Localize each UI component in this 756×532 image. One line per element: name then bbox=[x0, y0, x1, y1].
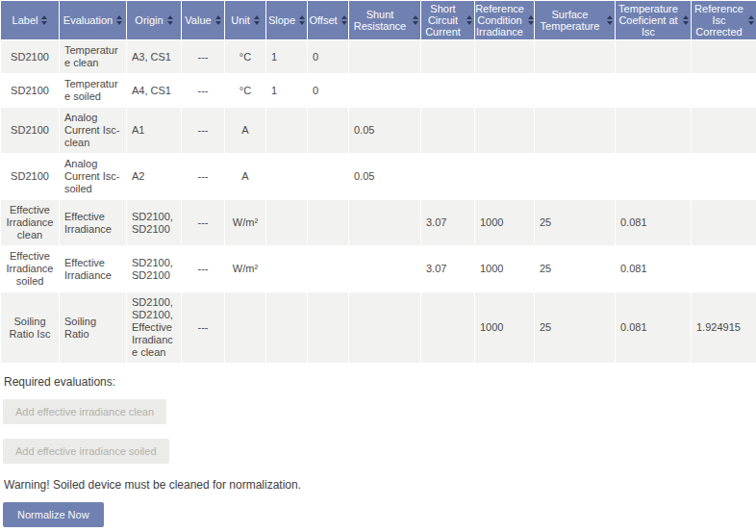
cell-reference_isc_corrected bbox=[692, 200, 756, 245]
cell-surface_temperature: 25 bbox=[535, 246, 615, 291]
cell-reference_isc_corrected bbox=[692, 154, 756, 199]
cell-label: SD2100 bbox=[1, 154, 59, 199]
cell-origin: SD2100, SD2100, Effective Irradiance cle… bbox=[127, 292, 181, 363]
cell-offset bbox=[308, 246, 348, 291]
cell-reference_condition_irradiance: 1000 bbox=[475, 200, 534, 245]
cell-slope bbox=[266, 292, 307, 363]
add-effective-irradiance-clean-button[interactable]: Add effective irradiance clean bbox=[3, 399, 166, 424]
column-header-label: Slope bbox=[268, 14, 295, 26]
cell-value: --- bbox=[182, 108, 224, 153]
cell-short_circuit_current bbox=[421, 40, 474, 73]
cell-temperature_coeficient_at_isc: 0.081 bbox=[616, 292, 691, 363]
column-header-label: Origin bbox=[135, 14, 163, 26]
table-row[interactable]: SD2100Analog Current Isc-soiledA2---A0.0… bbox=[1, 154, 756, 199]
sort-icon[interactable] bbox=[748, 15, 754, 25]
sort-icon[interactable] bbox=[528, 15, 534, 25]
cell-temperature_coeficient_at_isc bbox=[616, 74, 691, 107]
cell-slope bbox=[266, 246, 307, 291]
cell-surface_temperature bbox=[535, 154, 615, 199]
cell-evaluation: Analog Current Isc-soiled bbox=[60, 154, 126, 199]
column-header-label: Surface Temperature bbox=[537, 9, 603, 32]
table-row[interactable]: Effective Irradiance soiledEffective Irr… bbox=[1, 246, 756, 291]
cell-reference_condition_irradiance bbox=[475, 74, 534, 107]
sort-icon[interactable] bbox=[341, 15, 347, 25]
table-body: SD2100Temperature cleanA3, CS1---°C10SD2… bbox=[1, 40, 756, 363]
sort-icon[interactable] bbox=[167, 15, 173, 25]
cell-unit: W/m² bbox=[225, 200, 265, 245]
cell-reference_condition_irradiance bbox=[475, 40, 534, 73]
column-header-slope[interactable]: Slope bbox=[266, 1, 307, 39]
cell-value: --- bbox=[182, 74, 224, 107]
sort-icon[interactable] bbox=[466, 15, 472, 25]
cell-evaluation: Effective Irradiance bbox=[60, 246, 126, 291]
sort-icon[interactable] bbox=[215, 15, 221, 25]
column-header-origin[interactable]: Origin bbox=[127, 1, 181, 39]
column-header-offset[interactable]: Offset bbox=[308, 1, 348, 39]
sort-icon[interactable] bbox=[41, 15, 47, 25]
cell-value: --- bbox=[182, 154, 224, 199]
sort-icon[interactable] bbox=[607, 15, 613, 25]
cell-evaluation: Soiling Ratio bbox=[60, 292, 126, 363]
table-row[interactable]: SD2100Temperature soiledA4, CS1---°C10 bbox=[1, 74, 756, 107]
normalize-now-button[interactable]: Normalize Now bbox=[3, 502, 104, 527]
column-header-reference_condition_irradiance[interactable]: Reference Condition Irradiance bbox=[475, 1, 534, 39]
cell-short_circuit_current bbox=[421, 108, 474, 153]
column-header-surface_temperature[interactable]: Surface Temperature bbox=[535, 1, 615, 39]
column-header-evaluation[interactable]: Evaluation bbox=[60, 1, 126, 39]
cell-temperature_coeficient_at_isc: 0.081 bbox=[616, 200, 691, 245]
column-header-short_circuit_current[interactable]: Short Circuit Current bbox=[421, 1, 474, 39]
cell-evaluation: Temperature soiled bbox=[60, 74, 126, 107]
cell-unit: A bbox=[225, 108, 265, 153]
column-header-label: Offset bbox=[309, 14, 337, 26]
cell-temperature_coeficient_at_isc bbox=[616, 154, 691, 199]
cell-surface_temperature: 25 bbox=[535, 292, 615, 363]
table-row[interactable]: SD2100Temperature cleanA3, CS1---°C10 bbox=[1, 40, 756, 73]
sort-icon[interactable] bbox=[116, 15, 122, 25]
table-row[interactable]: Soiling Ratio IscSoiling RatioSD2100, SD… bbox=[1, 292, 756, 363]
cell-shunt_resistance: 0.05 bbox=[349, 154, 420, 199]
cell-temperature_coeficient_at_isc bbox=[616, 108, 691, 153]
cell-value: --- bbox=[182, 246, 224, 291]
cell-evaluation: Analog Current Isc-clean bbox=[60, 108, 126, 153]
table-header: LabelEvaluationOriginValueUnitSlopeOffse… bbox=[1, 1, 756, 39]
cell-origin: A2 bbox=[127, 154, 181, 199]
cell-label: SD2100 bbox=[1, 74, 59, 107]
column-header-label[interactable]: Label bbox=[1, 1, 59, 39]
column-header-unit[interactable]: Unit bbox=[225, 1, 265, 39]
cell-offset: 0 bbox=[308, 40, 348, 73]
column-header-reference_isc_corrected[interactable]: Reference Isc Corrected bbox=[692, 1, 756, 39]
sort-icon[interactable] bbox=[299, 15, 305, 25]
sort-icon[interactable] bbox=[254, 15, 260, 25]
cell-reference_condition_irradiance bbox=[475, 108, 534, 153]
cell-short_circuit_current: 3.07 bbox=[421, 246, 474, 291]
cell-value: --- bbox=[182, 292, 224, 363]
cell-origin: A1 bbox=[127, 108, 181, 153]
column-header-temperature_coeficient_at_isc[interactable]: Temperature Coeficient at Isc bbox=[616, 1, 691, 39]
cell-slope: 1 bbox=[266, 40, 307, 73]
column-header-shunt_resistance[interactable]: Shunt Resistance bbox=[349, 1, 420, 39]
column-header-value[interactable]: Value bbox=[182, 1, 224, 39]
cell-shunt_resistance bbox=[349, 200, 420, 245]
table-row[interactable]: Effective Irradiance cleanEffective Irra… bbox=[1, 200, 756, 245]
cell-slope bbox=[266, 108, 307, 153]
table-row[interactable]: SD2100Analog Current Isc-cleanA1---A0.05 bbox=[1, 108, 756, 153]
column-header-label: Reference Condition Irradiance bbox=[475, 3, 524, 38]
sort-icon[interactable] bbox=[683, 15, 689, 25]
cell-short_circuit_current bbox=[421, 292, 474, 363]
required-evaluations-label: Required evaluations: bbox=[3, 375, 756, 389]
cell-offset bbox=[308, 108, 348, 153]
cell-shunt_resistance bbox=[349, 292, 420, 363]
cell-shunt_resistance: 0.05 bbox=[349, 108, 420, 153]
cell-surface_temperature bbox=[535, 40, 615, 73]
cell-reference_isc_corrected bbox=[692, 40, 756, 73]
column-header-label: Label bbox=[13, 14, 38, 26]
cell-slope bbox=[266, 200, 307, 245]
cell-evaluation: Effective Irradiance bbox=[60, 200, 126, 245]
cell-shunt_resistance bbox=[349, 74, 420, 107]
cell-offset bbox=[308, 292, 348, 363]
cell-offset: 0 bbox=[308, 74, 348, 107]
cell-surface_temperature bbox=[535, 108, 615, 153]
sort-icon[interactable] bbox=[413, 15, 418, 25]
add-effective-irradiance-soiled-button[interactable]: Add effective irradiance soiled bbox=[3, 439, 169, 464]
below-table-section: Required evaluations: Add effective irra… bbox=[0, 364, 756, 532]
